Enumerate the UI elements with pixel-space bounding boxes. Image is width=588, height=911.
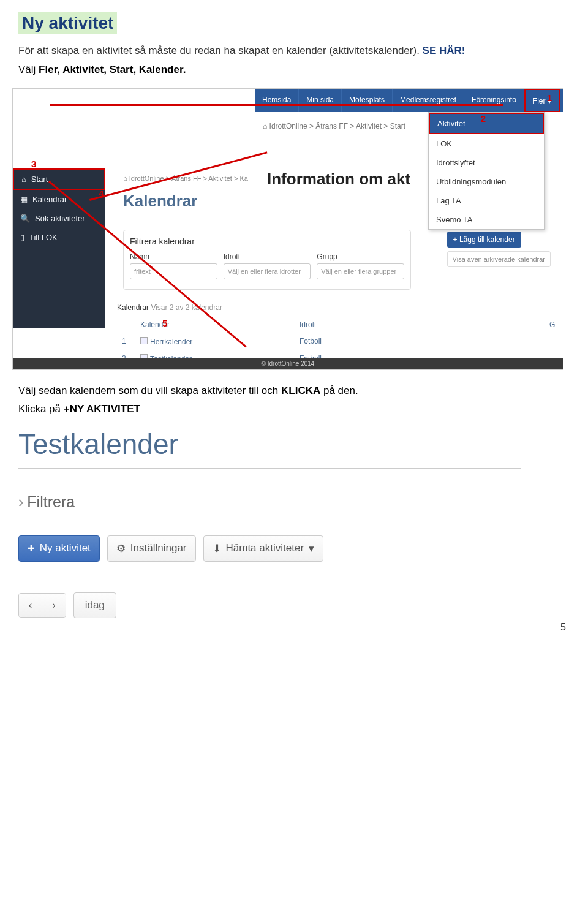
- paragraph-2: Välj sedan kalendern som du vill skapa a…: [18, 385, 570, 397]
- home-icon: ⌂: [123, 175, 127, 182]
- table-count: Visar 2 av 2 kalendrar: [151, 303, 222, 312]
- filter-grupp-input[interactable]: Välj en eller flera grupper: [317, 263, 404, 279]
- col-num[interactable]: [117, 317, 135, 333]
- prev-button[interactable]: ‹: [19, 594, 42, 617]
- fetch-activities-button[interactable]: ⬇ Hämta aktiviteter ▾: [203, 535, 324, 562]
- fler-dropdown: Aktivitet LOK Idrottslyftet Utbildningsm…: [428, 112, 545, 230]
- add-calendar-button[interactable]: + Lägg till kalender: [447, 232, 521, 248]
- divider: [18, 468, 521, 469]
- dd-svemota[interactable]: Svemo TA: [429, 210, 544, 229]
- next-button[interactable]: ›: [42, 594, 65, 617]
- se-har-link[interactable]: SE HÄR!: [423, 45, 466, 56]
- intro-text: För att skapa en aktivitet så måste du r…: [18, 43, 570, 59]
- section-title: Ny aktivitet: [18, 12, 117, 34]
- footer-copyright: © IdrottOnline 2014: [13, 358, 563, 369]
- checkbox-icon[interactable]: [140, 337, 148, 344]
- info-heading: Information om akt: [267, 170, 410, 189]
- show-archived-button[interactable]: Visa även arkiverade kalendrar: [447, 251, 551, 267]
- today-button[interactable]: idag: [74, 592, 116, 618]
- nav-medlemsregistret[interactable]: Medlemsregistret: [393, 89, 464, 112]
- home-icon: ⌂: [263, 122, 267, 130]
- filter-grupp-label: Grupp: [317, 252, 404, 261]
- kalendrar-heading: Kalendrar: [123, 192, 197, 211]
- dd-utbildningsmodulen[interactable]: Utbildningsmodulen: [429, 172, 544, 191]
- dd-idrottslyftet[interactable]: Idrottslyftet: [429, 153, 544, 172]
- plus-icon: +: [28, 542, 35, 556]
- nav-minsida[interactable]: Min sida: [299, 89, 342, 112]
- settings-button[interactable]: ⚙ Inställningar: [107, 535, 196, 562]
- sidebar-start[interactable]: ⌂Start: [13, 168, 105, 190]
- download-icon: ⬇: [213, 542, 221, 555]
- callout-3: 3: [31, 159, 36, 169]
- instruction-text: Välj Fler, Aktivitet, Start, Kalender.: [18, 64, 570, 76]
- filter-idrott-input[interactable]: Välj en eller flera idrotter: [224, 263, 311, 279]
- plus-icon: +: [453, 235, 458, 244]
- screenshot-1: 1 2 3 4 5 Hemsida Min sida Mötesplats Me…: [12, 88, 564, 370]
- chevron-right-icon: ›: [18, 493, 23, 510]
- nav-fler[interactable]: Fler ▾: [524, 89, 560, 112]
- filtrera-toggle[interactable]: ›Filtrera: [18, 493, 570, 511]
- new-activity-button[interactable]: + Ny aktivitet: [18, 535, 100, 562]
- callout-2: 2: [481, 113, 486, 124]
- filter-title: Filtrera kalendrar: [130, 236, 404, 246]
- search-icon: 🔍: [20, 214, 30, 223]
- nav-foreningsinfo[interactable]: Föreningsinfo: [464, 89, 524, 112]
- paragraph-3: Klicka på +NY AKTIVITET: [18, 403, 570, 415]
- calendar-icon: ▦: [20, 195, 28, 204]
- col-idrott[interactable]: Idrott: [295, 317, 545, 333]
- table-row[interactable]: 1 Herrkalender Fotboll: [117, 333, 563, 350]
- dd-aktivitet[interactable]: Aktivitet: [429, 113, 544, 134]
- page-number: 5: [560, 622, 566, 633]
- home-icon: ⌂: [21, 175, 26, 184]
- dd-lagta[interactable]: Lag TA: [429, 191, 544, 210]
- breadcrumb-2: ⌂ IdrottOnline > Ätrans FF > Aktivitet >…: [123, 175, 248, 182]
- caret-down-icon: ▾: [309, 542, 314, 555]
- left-sidebar: ⌂Start ▦Kalendrar 🔍Sök aktiviteter ▯Till…: [13, 168, 105, 328]
- action-buttons: + Ny aktivitet ⚙ Inställningar ⬇ Hämta a…: [18, 535, 570, 562]
- sidebar-tilllok[interactable]: ▯Till LOK: [13, 228, 105, 247]
- callout-1: 1: [547, 93, 552, 103]
- callout-5: 5: [162, 318, 167, 328]
- callout-4: 4: [99, 188, 104, 198]
- document-icon: ▯: [20, 233, 24, 242]
- nav-hemsida[interactable]: Hemsida: [255, 89, 299, 112]
- filter-idrott-label: Idrott: [224, 252, 311, 261]
- col-kalender[interactable]: Kalender: [135, 317, 295, 333]
- pager-controls: ‹ › idag: [18, 592, 570, 618]
- col-g[interactable]: G: [545, 317, 563, 333]
- nav-motesplats[interactable]: Mötesplats: [342, 89, 393, 112]
- filter-namn-input[interactable]: fritext: [130, 263, 217, 279]
- calendar-title: Testkalender: [18, 428, 570, 461]
- gear-icon: ⚙: [116, 542, 126, 555]
- top-nav: Hemsida Min sida Mötesplats Medlemsregis…: [255, 89, 563, 112]
- dd-lok[interactable]: LOK: [429, 134, 544, 153]
- table-heading: Kalendrar: [117, 303, 149, 312]
